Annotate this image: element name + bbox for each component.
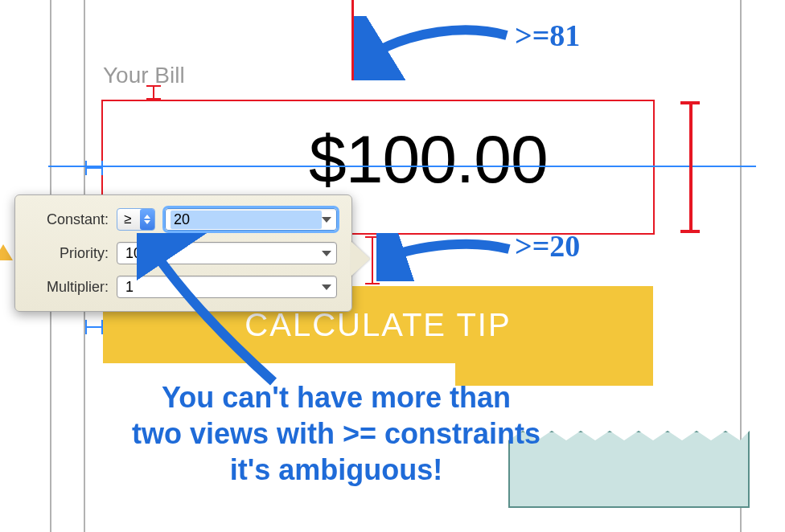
relation-select[interactable]: ≥ xyxy=(117,208,155,231)
arrow-to-top-constraint xyxy=(354,16,515,80)
annotation-body-line3: it's ambiguous! xyxy=(87,452,586,488)
annotation-body: You can't have more than two views with … xyxy=(87,379,586,488)
leading-margin-indicator-button[interactable] xyxy=(85,320,103,334)
priority-value: 10 xyxy=(125,245,322,262)
constant-value: 20 xyxy=(171,211,322,229)
annotation-body-line1: You can't have more than xyxy=(87,379,586,415)
multiplier-label: Multiplier: xyxy=(30,279,117,296)
popover-pointer xyxy=(351,241,370,276)
priority-field[interactable]: 10 xyxy=(117,242,337,264)
constraint-guide-top xyxy=(351,0,354,80)
constraint-height-bracket[interactable] xyxy=(680,101,700,233)
multiplier-value: 1 xyxy=(125,279,322,296)
leading-margin-indicator-field[interactable] xyxy=(85,161,103,175)
constraint-indicator-top-small[interactable] xyxy=(146,85,161,100)
relation-value: ≥ xyxy=(124,211,131,227)
calculate-tip-label: CALCULATE TIP xyxy=(245,307,511,343)
selection-guide-center-h xyxy=(48,166,756,167)
annotation-ge20: >=20 xyxy=(515,228,580,264)
multiplier-field[interactable]: 1 xyxy=(117,276,337,298)
annotation-ge81: >=81 xyxy=(515,18,580,53)
bill-amount-value: $100.00 xyxy=(309,121,548,198)
constant-label: Constant: xyxy=(30,211,117,228)
annotation-body-line2: two views with >= constraints xyxy=(87,415,586,452)
bill-field-label: Your Bill xyxy=(103,63,185,88)
constraint-inspector-popover[interactable]: Constant: ≥ 20 Priority: 10 Multiplier: … xyxy=(14,194,352,312)
chevron-down-icon xyxy=(322,217,331,223)
warning-icon xyxy=(0,244,13,260)
constant-field[interactable]: 20 xyxy=(165,208,337,231)
chevron-down-icon xyxy=(322,251,331,256)
stepper-icon xyxy=(140,209,154,230)
priority-label: Priority: xyxy=(30,245,117,262)
chevron-down-icon xyxy=(322,284,331,290)
arrow-to-bottom-constraint xyxy=(376,233,513,281)
